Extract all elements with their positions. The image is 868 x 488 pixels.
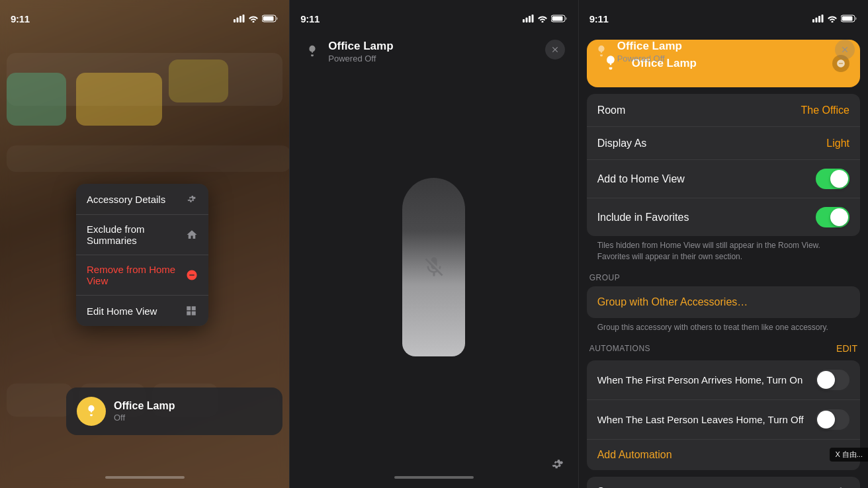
menu-item-remove-home-view[interactable]: Remove from Home View <box>76 255 208 296</box>
settings-row-add-home-view: Add to Home View <box>587 160 860 198</box>
blur-tile-6 <box>7 384 73 417</box>
signal-icon <box>234 15 245 22</box>
lamp-visual[interactable] <box>290 86 578 448</box>
svg-rect-6 <box>523 19 525 22</box>
room-value: The Office <box>801 104 849 116</box>
settings-row-room[interactable]: Room The Office <box>587 94 860 127</box>
automations-section-label: AUTOMATIONS <box>589 344 650 353</box>
lamp-icon-header-2 <box>305 44 320 59</box>
menu-item-accessory-details[interactable]: Accessory Details <box>76 184 208 215</box>
menu-label-remove-home-view: Remove from Home View <box>87 264 186 286</box>
menu-label-edit-home-view: Edit Home View <box>87 305 157 317</box>
svg-rect-11 <box>552 17 562 21</box>
include-favorites-label: Include in Favorites <box>597 212 689 224</box>
status-bar-1: 9:11 <box>0 0 289 29</box>
group-with-accessories-button[interactable]: Group with Other Accessories… <box>587 286 860 318</box>
automations-group: When The First Person Arrives Home, Turn… <box>587 360 860 470</box>
automation-arrives-label: When The First Person Arrives Home, Turn… <box>597 374 816 387</box>
panel3-title: Office Lamp <box>617 40 682 53</box>
signal-icon-3 <box>812 15 824 22</box>
svg-rect-14 <box>818 16 820 22</box>
lamp-body <box>402 178 465 356</box>
blur-tile-2 <box>7 73 66 126</box>
grid-icon <box>185 304 198 317</box>
lamp-icon <box>84 404 99 419</box>
lamp-icon-header-3 <box>594 44 609 59</box>
include-favorites-toggle[interactable] <box>816 207 849 227</box>
svg-rect-12 <box>812 19 814 22</box>
blur-tile-4 <box>169 60 228 102</box>
house-icon <box>186 228 198 241</box>
panel2-header: Office Lamp Powered Off <box>290 29 578 71</box>
group-note: Group this accessory with others to trea… <box>597 322 849 333</box>
panel-home-screen: 9:11 Accessory Details Exclude from Summ… <box>0 0 289 488</box>
minus-circle-icon <box>186 268 198 282</box>
close-icon-2 <box>550 45 560 54</box>
svg-rect-15 <box>821 15 823 22</box>
group-section-header: GROUP <box>589 273 857 282</box>
svg-rect-0 <box>234 19 236 22</box>
scenes-row[interactable]: Scenes 1 › <box>587 477 860 488</box>
panel-lamp-detail: 9:11 Office Lamp Powered Off <box>289 0 578 488</box>
svg-rect-3 <box>243 15 245 22</box>
status-bar-2: 9:11 <box>290 0 578 29</box>
mic-off-icon <box>422 255 446 279</box>
close-button-2[interactable] <box>545 40 565 60</box>
menu-item-exclude-summaries[interactable]: Exclude from Summaries <box>76 215 208 255</box>
wifi-icon-2 <box>537 15 548 22</box>
watermark: X 自由... <box>830 448 868 462</box>
scenes-group: Scenes 1 › <box>587 477 860 488</box>
panel2-subtitle: Powered Off <box>328 54 393 63</box>
scroll-indicator-1 <box>105 476 185 479</box>
accessory-tile-status: Off <box>114 413 175 423</box>
status-time-2: 9:11 <box>300 13 320 24</box>
panel2-header-info: Office Lamp Powered Off <box>303 40 393 63</box>
settings-scroll-view[interactable]: Office Lamp Room The Office Display As L… <box>579 29 868 488</box>
accessory-tile[interactable]: Office Lamp Off <box>66 387 282 435</box>
automation-leaves-toggle[interactable] <box>816 409 849 430</box>
close-button-3[interactable] <box>835 40 855 60</box>
automation-arrives-toggle[interactable] <box>816 370 849 390</box>
settings-group-main: Room The Office Display As Light Add to … <box>587 94 860 236</box>
menu-label-exclude-summaries: Exclude from Summaries <box>87 224 186 246</box>
panel3-header-text: Office Lamp Powered Off <box>617 40 682 63</box>
automations-edit-button[interactable]: EDIT <box>836 343 857 354</box>
svg-rect-8 <box>529 16 531 22</box>
battery-icon <box>262 15 279 22</box>
signal-icon-2 <box>523 15 534 22</box>
svg-rect-13 <box>815 18 817 23</box>
close-icon-3 <box>840 45 849 54</box>
accessory-tile-name: Office Lamp <box>114 400 175 412</box>
group-btn-label: Group with Other Accessories… <box>597 296 748 307</box>
room-label: Room <box>597 104 626 116</box>
accessory-info: Office Lamp Off <box>114 400 175 423</box>
status-icons-3 <box>812 15 857 22</box>
automation-row-arrives-home: When The First Person Arrives Home, Turn… <box>587 360 860 400</box>
panel2-title: Office Lamp <box>328 40 393 53</box>
svg-rect-7 <box>525 18 527 23</box>
panel3-header: Office Lamp Powered Off <box>579 29 868 71</box>
display-as-label: Display As <box>597 138 647 149</box>
panel3-header-info: Office Lamp Powered Off <box>592 40 682 63</box>
gear-icon <box>185 192 198 206</box>
menu-item-edit-home-view[interactable]: Edit Home View <box>76 296 208 326</box>
battery-icon-3 <box>841 15 857 22</box>
add-automation-button[interactable]: Add Automation <box>587 440 860 470</box>
status-icons-2 <box>523 15 568 22</box>
lamp-off-indicator <box>422 255 446 279</box>
add-home-view-toggle[interactable] <box>816 169 849 189</box>
menu-label-accessory-details: Accessory Details <box>87 194 165 205</box>
settings-button-2[interactable] <box>549 456 565 475</box>
automation-row-leaves-home: When The Last Person Leaves Home, Turn O… <box>587 400 860 440</box>
settings-row-include-favorites: Include in Favorites <box>587 198 860 236</box>
scroll-indicator-2 <box>394 476 474 479</box>
header-lamp-icon-3 <box>592 42 611 61</box>
status-time-1: 9:11 <box>11 13 30 24</box>
wifi-icon <box>248 15 259 22</box>
blur-tile-5 <box>7 145 289 172</box>
panel3-subtitle: Powered Off <box>617 54 682 63</box>
settings-row-display-as[interactable]: Display As Light <box>587 127 860 160</box>
panel-accessory-settings: 9:11 Office Lamp Powered Off <box>579 0 868 488</box>
panel2-header-text: Office Lamp Powered Off <box>328 40 393 63</box>
wifi-icon-3 <box>827 15 838 22</box>
